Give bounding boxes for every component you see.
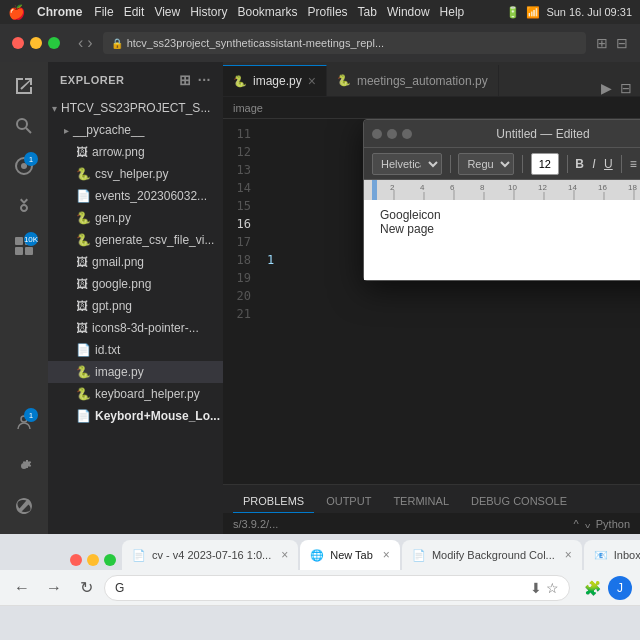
tab-image-py[interactable]: 🐍 image.py × [223, 65, 327, 96]
split-editor-icon[interactable]: ⊟ [620, 80, 632, 96]
address-bar[interactable]: 🔒 htcv_ss23project_syntheticassistant-me… [103, 32, 586, 54]
browser-max-btn[interactable] [104, 554, 116, 566]
menu-edit[interactable]: Edit [124, 5, 145, 19]
menu-file[interactable]: File [94, 5, 113, 19]
code-editor[interactable]: 11 12 13 14 15 16 17 18 19 20 21 [223, 119, 640, 484]
menu-tab[interactable]: Tab [358, 5, 377, 19]
tree-file-keyboard[interactable]: 🐍 keyboard_helper.py [48, 383, 223, 405]
browser-tab-new-close[interactable]: × [383, 548, 390, 562]
accounts-badge: 1 [24, 408, 38, 422]
run-icon[interactable]: ▶ [601, 80, 612, 96]
browser-close-btn[interactable] [70, 554, 82, 566]
browser-tab-cv-close[interactable]: × [281, 548, 288, 562]
more-actions-icon[interactable]: ··· [198, 72, 211, 88]
tree-file-keybord-mouse[interactable]: 📄 Keybord+Mouse_Lo... [48, 405, 223, 427]
svg-text:4: 4 [420, 183, 425, 192]
apple-menu[interactable]: 🍎 [8, 4, 25, 20]
tree-file-gpt[interactable]: 🖼 gpt.png [48, 295, 223, 317]
browser-min-btn[interactable] [87, 554, 99, 566]
browser-tab-modify[interactable]: 📄 Modify Background Col... × [402, 540, 582, 570]
close-traffic-light[interactable] [12, 37, 24, 49]
tab-icon-meetings: 🐍 [337, 74, 351, 87]
browser-tab-modify-close[interactable]: × [565, 548, 572, 562]
menu-bookmarks[interactable]: Bookmarks [238, 5, 298, 19]
tree-file-csv-helper[interactable]: 🐍 csv_helper.py [48, 163, 223, 185]
app-name: Chrome [37, 5, 82, 19]
font-size-input[interactable] [531, 153, 559, 175]
new-file-icon[interactable]: ⊞ [179, 72, 192, 88]
menu-window[interactable]: Window [387, 5, 430, 19]
maximize-traffic-light[interactable] [48, 37, 60, 49]
tab-meetings[interactable]: 🐍 meetings_automation.py [327, 65, 499, 96]
panel-tab-terminal[interactable]: TERMINAL [383, 489, 459, 513]
dialog-tl-1[interactable] [372, 129, 382, 139]
activity-accounts[interactable]: 1 [8, 406, 40, 438]
activity-explorer[interactable] [8, 70, 40, 102]
tree-file-events[interactable]: 📄 events_202306032... [48, 185, 223, 207]
browser-address-bar[interactable]: G ⬇ ☆ [104, 575, 570, 601]
underline-button[interactable]: U [604, 153, 613, 175]
activity-debug[interactable] [8, 190, 40, 222]
tree-file-generate-csv[interactable]: 🐍 generate_csv_file_vi... [48, 229, 223, 251]
profile-avatar[interactable]: J [608, 576, 632, 600]
split-editor-icon[interactable]: ⊞ [596, 35, 608, 51]
download-icon[interactable]: ⬇ [530, 580, 542, 596]
star-icon[interactable]: ☆ [546, 580, 559, 596]
back-arrow[interactable]: ‹ [78, 34, 83, 52]
tree-file-gen[interactable]: 🐍 gen.py [48, 207, 223, 229]
activity-search[interactable] [8, 110, 40, 142]
forward-arrow[interactable]: › [87, 34, 92, 52]
tree-root-folder[interactable]: ▾ HTCV_SS23PROJECT_S... [48, 97, 223, 119]
menu-history[interactable]: History [190, 5, 227, 19]
caret-up-icon[interactable]: ^ [573, 518, 578, 530]
wifi-icon: 📶 [526, 6, 540, 19]
dialog-tl-2[interactable] [387, 129, 397, 139]
tab-icon-image: 🐍 [233, 75, 247, 88]
layout-icon[interactable]: ⊟ [616, 35, 628, 51]
svg-text:10: 10 [508, 183, 517, 192]
browser-refresh-btn[interactable]: ↻ [72, 574, 100, 602]
svg-rect-4 [15, 247, 23, 255]
font-family-select[interactable]: Helvetica [372, 153, 442, 175]
panel-tab-debug[interactable]: DEBUG CONSOLE [461, 489, 577, 513]
panel-tab-problems[interactable]: PROBLEMS [233, 489, 314, 513]
bold-button[interactable]: B [575, 153, 584, 175]
tree-file-id[interactable]: 📄 id.txt [48, 339, 223, 361]
panel-tab-output[interactable]: OUTPUT [316, 489, 381, 513]
browser-tab-modify-label: Modify Background Col... [432, 549, 555, 561]
tab-close-image[interactable]: × [308, 73, 316, 89]
minimize-traffic-light[interactable] [30, 37, 42, 49]
dialog-body[interactable]: Googleicon New page [364, 200, 640, 280]
filename-arrow: arrow.png [92, 145, 145, 159]
align-left-button[interactable]: ≡ [629, 153, 637, 175]
filename-keybord: Keybord+Mouse_Lo... [95, 409, 220, 423]
tree-file-image[interactable]: 🐍 image.py [48, 361, 223, 383]
menu-profiles[interactable]: Profiles [308, 5, 348, 19]
activity-extensions[interactable]: 10K [8, 230, 40, 262]
font-style-select[interactable]: Regular [458, 153, 514, 175]
tree-pycache-folder[interactable]: ▸ __pycache__ [48, 119, 223, 141]
activity-git[interactable]: 1 [8, 150, 40, 182]
browser-tab-newtab[interactable]: 🌐 New Tab × [300, 540, 400, 570]
italic-button[interactable]: I [590, 153, 598, 175]
git-badge: 1 [24, 152, 38, 166]
file-icon-gmail: 🖼 [76, 255, 88, 269]
menu-view[interactable]: View [154, 5, 180, 19]
tree-file-arrow-png[interactable]: 🖼 arrow.png [48, 141, 223, 163]
activity-settings[interactable] [8, 450, 40, 482]
browser-forward-btn[interactable]: → [40, 574, 68, 602]
browser-back-btn[interactable]: ← [8, 574, 36, 602]
activity-remote[interactable] [8, 490, 40, 522]
tree-file-google[interactable]: 🖼 google.png [48, 273, 223, 295]
file-icon-image: 🐍 [76, 365, 91, 379]
caret-down-icon[interactable]: ^ [585, 518, 590, 530]
filename-keyboard: keyboard_helper.py [95, 387, 200, 401]
tree-file-icons8[interactable]: 🖼 icons8-3d-pointer-... [48, 317, 223, 339]
menu-help[interactable]: Help [440, 5, 465, 19]
extensions-icon[interactable]: 🧩 [580, 576, 604, 600]
dialog-tl-3[interactable] [402, 129, 412, 139]
panel-right: ^ ^ Python [573, 518, 630, 530]
browser-tab-cv[interactable]: 📄 cv - v4 2023-07-16 1:0... × [122, 540, 298, 570]
browser-tab-inbox[interactable]: 📧 Inbox (9,478) - jawhars... × [584, 540, 640, 570]
tree-file-gmail[interactable]: 🖼 gmail.png [48, 251, 223, 273]
